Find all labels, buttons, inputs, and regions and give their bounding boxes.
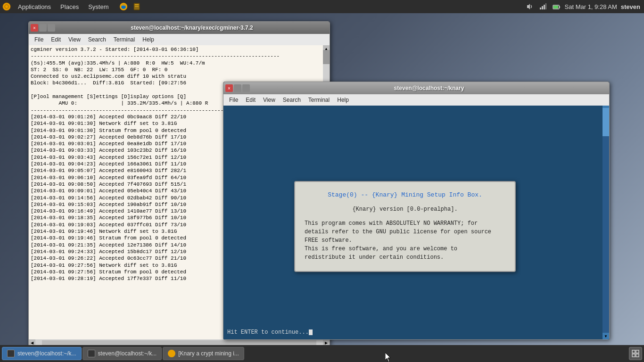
svg-rect-17 [632,354,635,357]
svg-rect-13 [559,6,560,8]
svg-marker-7 [527,4,530,9]
taskbar-item-cgminer[interactable]: steven@localhost:~/k... [2,347,82,360]
knary-titlebar[interactable]: × steven@localhost:~/knary [223,82,609,94]
dialog-text: {Knary} version [0.0-prealpha]. This pro… [305,205,505,262]
knary-menu-terminal[interactable]: Terminal [305,94,333,106]
svg-rect-11 [545,3,546,9]
taskbar-label-3: [Knary a crypt mining i... [178,350,239,357]
cgminer-maximize-button[interactable] [48,24,55,32]
cgminer-scroll-thumb-h[interactable] [42,340,316,345]
cgminer-menu-search[interactable]: Search [84,34,110,45]
dialog-body-line-4: This is free software, and you are welco… [305,245,505,253]
terminal-line: Connected to us2.eclipsemc.com diff 10 w… [31,73,328,80]
taskbar-terminal-icon-1 [7,350,15,357]
cgminer-menu-terminal[interactable]: Terminal [110,34,139,45]
knary-minimize-button[interactable] [234,84,241,92]
applications-menu[interactable]: Applications [13,0,56,13]
cgminer-close-button[interactable]: × [31,24,38,32]
dialog-version: {Knary} version [0.0-prealpha]. [305,205,505,214]
svg-rect-10 [544,5,545,9]
taskbar-label-1: steven@localhost:~/k... [17,350,76,357]
dialog-body-line-2: details refer to the GNU public license … [305,228,505,236]
cgminer-menu-edit[interactable]: Edit [47,34,65,45]
cgminer-menu-help[interactable]: Help [139,34,158,45]
show-desktop-button[interactable] [629,347,642,360]
cgminer-menubar: File Edit View Search Terminal Help [29,34,330,45]
knary-menubar: File Edit View Search Terminal Help [223,94,609,106]
dialog-body-line-1: This program comes with ABSOLUTELY NO WA… [305,219,505,228]
cgminer-minimize-button[interactable] [39,24,47,32]
knary-scroll-thumb[interactable] [603,108,609,136]
knary-menu-edit[interactable]: Edit [242,94,259,106]
places-menu[interactable]: Places [56,0,83,13]
desktop: Applications Places System [0,0,644,362]
cursor-indicator [309,329,313,335]
cgminer-menu-file[interactable]: File [31,34,47,45]
username: steven [621,3,640,10]
svg-rect-5 [135,4,139,5]
taskbar-item-browser[interactable]: [Knary a crypt mining i... [163,347,244,360]
svg-rect-6 [135,6,139,7]
knary-scroll-down[interactable]: ▼ [603,333,609,339]
svg-rect-14 [553,6,558,8]
network-icon[interactable] [538,2,548,11]
volume-icon[interactable] [525,2,535,11]
svg-rect-16 [636,350,639,353]
app-logo-icon[interactable] [0,0,13,13]
taskbar: steven@localhost:~/k... steven@localhost… [0,345,644,362]
dialog-body-line-5: redistribute it under certain conditions… [305,253,505,262]
knary-menu-search[interactable]: Search [279,94,305,106]
knary-menu-view[interactable]: View [259,94,279,106]
top-panel: Applications Places System [0,0,644,13]
terminal-line: cgminer version 3.7.2 - Started: [2014-0… [31,46,328,53]
cgminer-titlebar[interactable]: × steven@localhost:~/knary/exec/cgminer-… [29,22,330,34]
enter-prompt[interactable]: Hit ENTER to continue... [227,329,313,336]
terminal-line: ST: 2 SS: 0 NB: 22 LW: 1755 GF: 0 RF: 0 [31,66,328,73]
knary-dialog: Stage(0) -- {Knary} Mining Setup Info Bo… [294,181,516,272]
taskbar-browser-icon [168,350,175,357]
top-panel-left: Applications Places System [0,0,143,13]
terminal-line: (5s):455.5M (avg):335.4Mh/s | A:880 R:0 … [31,60,328,66]
cgminer-menu-view[interactable]: View [65,34,84,45]
knary-scrollbar[interactable]: ▲ ▼ [603,106,609,339]
svg-rect-18 [636,354,639,357]
taskbar-item-knary[interactable]: steven@localhost:~/k... [83,347,162,360]
svg-rect-8 [540,8,541,9]
knary-menu-file[interactable]: File [225,94,242,106]
knary-maximize-button[interactable] [242,84,250,92]
terminal-line: ----------------------------------------… [31,53,328,59]
cgminer-title: steven@localhost:~/knary/exec/cgminer-3.… [56,25,328,31]
taskbar-right [629,347,642,360]
knary-content: Stage(0) -- {Knary} Mining Setup Info Bo… [223,106,609,339]
cgminer-scroll-thumb[interactable] [323,50,330,64]
system-menu[interactable]: System [83,0,113,13]
knary-title: steven@localhost:~/knary [251,85,607,91]
dialog-title: Stage(0) -- {Knary} Mining Setup Info Bo… [305,191,505,198]
firefox-icon[interactable] [117,0,130,13]
svg-rect-9 [542,6,543,9]
svg-point-0 [3,3,10,10]
taskbar-label-2: steven@localhost:~/k... [98,350,157,357]
bookmark-icon[interactable] [130,0,143,13]
datetime: Sat Mar 1, 9:28 AM [565,3,617,10]
knary-close-button[interactable]: × [225,84,233,92]
knary-window: × steven@localhost:~/knary File Edit Vie… [223,82,610,340]
power-icon[interactable] [552,2,561,11]
dialog-body-line-3: FREE software. [305,236,505,245]
taskbar-terminal-icon-2 [88,350,95,357]
top-panel-right: Sat Mar 1, 9:28 AM steven [525,2,644,11]
prompt-text: Hit ENTER to continue... [227,329,309,336]
knary-menu-help[interactable]: Help [333,94,353,106]
svg-rect-15 [632,350,635,353]
